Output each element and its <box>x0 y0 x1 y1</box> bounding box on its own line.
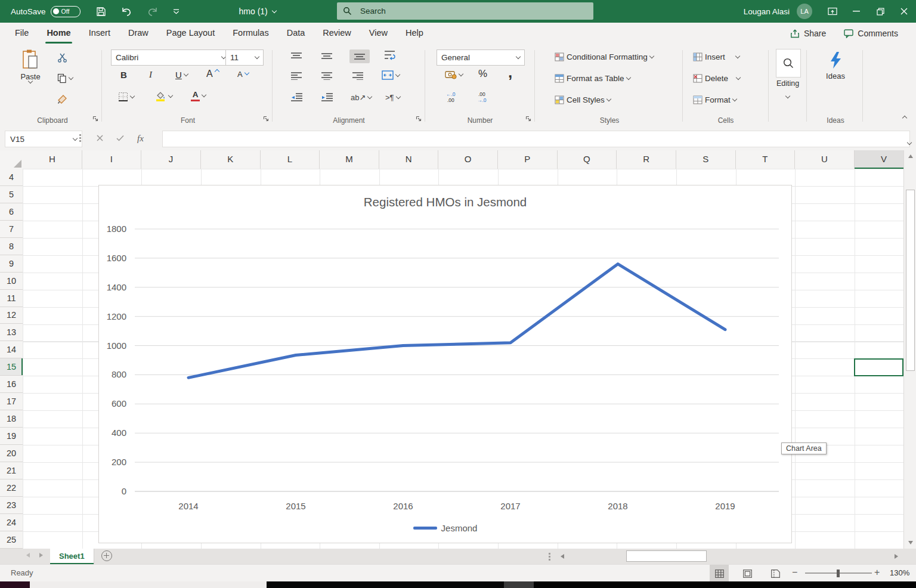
scroll-right-button[interactable] <box>891 550 902 562</box>
ribbon-display-options-button[interactable] <box>821 0 844 23</box>
format-painter-button[interactable] <box>57 94 67 104</box>
format-cells-button[interactable]: Format <box>693 95 736 104</box>
next-sheet-button[interactable] <box>39 553 43 558</box>
tab-scroll-splitter[interactable] <box>549 553 550 555</box>
row-header-10[interactable]: 10 <box>0 273 23 290</box>
tab-file[interactable]: File <box>6 23 38 44</box>
tab-insert[interactable]: Insert <box>80 23 119 44</box>
copy-button[interactable] <box>57 73 73 83</box>
column-header-H[interactable]: H <box>23 150 82 169</box>
decrease-decimal-button[interactable]: .00 →.0 <box>477 92 487 104</box>
row-header-14[interactable]: 14 <box>0 341 23 358</box>
column-header-R[interactable]: R <box>617 150 676 169</box>
autosave-toggle[interactable]: AutoSave Off <box>11 6 81 17</box>
collapse-ribbon-button[interactable] <box>903 113 906 122</box>
redo-button[interactable] <box>140 2 166 20</box>
row-header-5[interactable]: 5 <box>0 186 23 203</box>
tab-view[interactable]: View <box>360 23 397 44</box>
top-align-button[interactable] <box>291 52 302 60</box>
vertical-scroll-thumb[interactable] <box>906 190 915 371</box>
font-dialog-launcher[interactable] <box>263 114 269 123</box>
cancel-button[interactable] <box>97 133 103 144</box>
row-header-23[interactable]: 23 <box>0 497 23 514</box>
row-header-8[interactable]: 8 <box>0 238 23 255</box>
page-break-preview-button[interactable] <box>766 565 785 582</box>
font-color-button[interactable]: A <box>191 91 206 101</box>
paste-button[interactable]: Paste <box>14 49 47 83</box>
wrap-text-button[interactable] <box>384 50 395 60</box>
chart[interactable]: Registered HMOs in Jesmond 0200400600800… <box>98 185 792 543</box>
column-header-J[interactable]: J <box>141 150 201 169</box>
accounting-format-button[interactable] <box>445 70 463 79</box>
delete-cells-button[interactable]: Delete <box>693 74 740 83</box>
row-header-15[interactable]: 15 <box>0 358 23 376</box>
column-header-T[interactable]: T <box>736 150 796 169</box>
column-header-K[interactable]: K <box>201 150 261 169</box>
column-header-Q[interactable]: Q <box>558 150 617 169</box>
conditional-formatting-button[interactable]: Conditional Formatting <box>555 52 654 61</box>
customize-quick-access-button[interactable] <box>166 2 187 20</box>
align-center-button[interactable] <box>321 72 332 80</box>
comma-style-button[interactable]: , <box>508 63 512 82</box>
search-input[interactable] <box>359 6 552 16</box>
cut-button[interactable] <box>57 52 67 63</box>
column-header-V[interactable]: V <box>855 150 903 169</box>
close-button[interactable] <box>892 0 916 23</box>
fill-color-button[interactable] <box>155 91 172 102</box>
editing-button[interactable] <box>776 49 801 78</box>
increase-font-size-button[interactable]: A <box>206 69 219 79</box>
font-name-combo[interactable]: Calibri <box>111 49 230 66</box>
share-button[interactable]: Share <box>784 26 832 41</box>
text-direction-button[interactable]: >¶ <box>385 93 400 102</box>
increase-decimal-button[interactable]: ←.0 .00 <box>446 92 456 104</box>
expand-formula-bar-button[interactable] <box>908 136 911 147</box>
user-name[interactable]: Lougan Alasi <box>744 7 790 16</box>
row-header-17[interactable]: 17 <box>0 393 23 410</box>
row-header-6[interactable]: 6 <box>0 203 23 221</box>
column-header-M[interactable]: M <box>320 150 379 169</box>
italic-button[interactable]: I <box>149 70 152 80</box>
sheet-cells[interactable]: Registered HMOs in Jesmond 0200400600800… <box>23 169 903 549</box>
bold-button[interactable]: B <box>120 70 127 80</box>
column-header-I[interactable]: I <box>82 150 142 169</box>
zoom-level[interactable]: 130% <box>890 568 909 577</box>
align-left-button[interactable] <box>291 72 302 80</box>
row-header-18[interactable]: 18 <box>0 410 23 428</box>
underline-button[interactable]: U <box>175 70 188 80</box>
align-right-button[interactable] <box>352 72 363 80</box>
bottom-align-button[interactable] <box>349 49 370 63</box>
scroll-left-button[interactable] <box>557 550 568 562</box>
normal-view-button[interactable] <box>710 565 729 582</box>
restore-button[interactable] <box>868 0 892 23</box>
tab-draw[interactable]: Draw <box>119 23 157 44</box>
clipboard-dialog-launcher[interactable] <box>92 114 98 123</box>
row-header-24[interactable]: 24 <box>0 514 23 531</box>
tab-help[interactable]: Help <box>397 23 432 44</box>
column-header-O[interactable]: O <box>438 150 498 169</box>
new-sheet-button[interactable] <box>101 550 112 561</box>
formula-input[interactable] <box>162 131 910 147</box>
row-header-25[interactable]: 25 <box>0 531 23 549</box>
insert-cells-button[interactable]: Insert <box>693 52 739 61</box>
previous-sheet-button[interactable] <box>26 553 30 558</box>
row-header-4[interactable]: 4 <box>0 169 23 186</box>
row-header-9[interactable]: 9 <box>0 255 23 273</box>
row-header-16[interactable]: 16 <box>0 376 23 393</box>
ideas-button[interactable]: Ideas <box>809 51 862 81</box>
row-header-7[interactable]: 7 <box>0 221 23 238</box>
minimize-button[interactable] <box>844 0 868 23</box>
tab-review[interactable]: Review <box>314 23 360 44</box>
sheet-tab-sheet1[interactable]: Sheet1 <box>50 549 94 564</box>
column-header-U[interactable]: U <box>795 150 855 169</box>
alignment-dialog-launcher[interactable] <box>416 114 422 123</box>
format-as-table-button[interactable]: Format as Table <box>555 74 630 83</box>
percent-style-button[interactable]: % <box>478 68 487 80</box>
name-box[interactable]: V15 <box>5 131 82 147</box>
scroll-down-button[interactable] <box>904 538 916 547</box>
zoom-in-button[interactable]: + <box>874 567 880 578</box>
horizontal-scroll-thumb[interactable] <box>626 550 707 562</box>
orientation-button[interactable]: ab↗ <box>351 93 372 102</box>
undo-button[interactable] <box>113 2 140 20</box>
row-header-11[interactable]: 11 <box>0 290 23 307</box>
zoom-out-button[interactable]: − <box>792 567 797 578</box>
